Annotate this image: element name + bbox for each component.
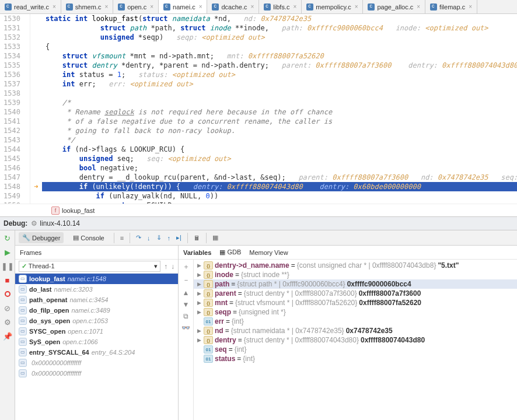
stack-frame[interactable]: ▭lookup_fast namei.c:1548 — [15, 274, 178, 284]
expand-caret[interactable]: ▶ — [196, 262, 202, 268]
force-step-into-icon[interactable]: ⇓ — [156, 234, 162, 242]
stack-frame[interactable]: ▭do_sys_open open.c:1053 — [15, 316, 178, 326]
step-out-icon[interactable]: ↑ — [167, 235, 171, 242]
file-tab[interactable]: dcache.c× — [207, 0, 259, 13]
code-line[interactable]: struct dentry *dentry, *parent = nd->pat… — [42, 61, 517, 70]
code-line[interactable]: * of a false negative due to a concurren… — [42, 117, 517, 126]
tab-memory-view[interactable]: Memory View — [249, 249, 288, 256]
expand-caret[interactable]: ▶ — [196, 290, 202, 296]
file-tab[interactable]: page_alloc.c× — [363, 0, 425, 13]
variable-row[interactable]: 01 status = {int} — [194, 354, 517, 363]
stack-frame[interactable]: ▭do_filp_open namei.c:3489 — [15, 305, 178, 316]
code-line[interactable]: * going to fall back to non-racy lookup. — [42, 126, 517, 135]
code-line[interactable]: int status = 1; status: <optimized out> — [42, 70, 517, 79]
file-tab[interactable]: read_write.c× — [0, 0, 61, 13]
tab-variables[interactable]: Variables — [183, 249, 211, 256]
variable-row[interactable]: 01 err = {int} — [194, 317, 517, 326]
variable-row[interactable]: ▶{} nd = {struct nameidata * | 0x7478742… — [194, 326, 517, 335]
variable-row[interactable]: ▶{} mnt = {struct vfsmount * | 0xffff880… — [194, 298, 517, 307]
stack-frame[interactable]: ▭ 0x00000000ffffffff — [15, 368, 178, 379]
expand-caret[interactable]: ▶ — [196, 328, 202, 334]
code-line[interactable]: static int lookup_fast(struct nameidata … — [42, 14, 517, 23]
stack-frame[interactable]: ▭do_last namei.c:3203 — [15, 284, 178, 295]
code-line[interactable]: if (unlazy_walk(nd, NULL, 0)) — [42, 191, 517, 201]
expand-caret[interactable]: ▶ — [196, 272, 202, 278]
expand-caret[interactable]: ▶ — [196, 281, 202, 287]
close-icon[interactable]: × — [417, 4, 420, 10]
close-icon[interactable]: × — [355, 4, 358, 10]
code-line[interactable]: { — [42, 42, 517, 51]
code-line[interactable]: unsigned seq; seq: <optimized out> — [42, 154, 517, 163]
evaluate-expression-icon[interactable]: 🖩 — [194, 235, 200, 242]
variable-row[interactable]: 01 seq = {int} — [194, 345, 517, 354]
code-line[interactable]: dentry = __d_lookup_rcu(parent, &nd->las… — [42, 173, 517, 182]
move-down-icon[interactable]: ▼ — [183, 300, 190, 309]
stack-frame[interactable]: ▭SYSC_open open.c:1071 — [15, 326, 178, 337]
stop-icon[interactable]: ■ — [2, 275, 13, 285]
file-tab[interactable]: libfs.c× — [259, 0, 302, 13]
pin-icon[interactable]: 📌 — [2, 331, 13, 341]
tab-console[interactable]: ▤ Console — [69, 232, 107, 243]
add-watch-icon[interactable]: ＋ — [183, 262, 190, 272]
file-tab[interactable]: namei.c× — [159, 0, 207, 13]
tab-debugger[interactable]: 🔧 Debugger — [19, 232, 64, 243]
debug-config[interactable]: ⚙ linux-4.10.14 — [31, 219, 80, 228]
watches-icon[interactable]: 👓 — [181, 324, 190, 332]
file-tab[interactable]: shmem.c× — [61, 0, 113, 13]
pause-icon[interactable]: ❚❚ — [2, 261, 13, 271]
move-up-icon[interactable]: ▲ — [183, 289, 190, 297]
run-to-cursor-icon[interactable]: ▸| — [176, 234, 181, 242]
file-tab[interactable]: open.c× — [113, 0, 159, 13]
step-over-icon[interactable]: ↷ — [136, 234, 141, 242]
code-area[interactable]: static int lookup_fast(struct nameidata … — [42, 14, 517, 204]
variable-row[interactable]: ▶{} inode = {struct inode **} — [194, 270, 517, 279]
breadcrumb[interactable]: f lookup_fast — [0, 204, 517, 216]
close-icon[interactable]: × — [199, 4, 202, 10]
close-icon[interactable]: × — [53, 4, 56, 10]
code-line[interactable]: struct path *path, struct inode **inode,… — [42, 23, 517, 33]
close-icon[interactable]: × — [251, 4, 254, 10]
code-line[interactable]: * Rename seqlock is not required here be… — [42, 107, 517, 117]
file-tab[interactable]: filemap.c× — [425, 0, 477, 13]
variable-row[interactable]: ▶{} dentry->d_name.name = {const unsigne… — [194, 261, 517, 270]
code-line[interactable]: int err; err: <optimized out> — [42, 79, 517, 89]
step-into-icon[interactable]: ↓ — [147, 235, 151, 242]
mute-breakpoints-icon[interactable]: ⊘ — [2, 303, 13, 313]
file-tab[interactable]: mempolicy.c× — [302, 0, 363, 13]
tab-gdb[interactable]: ▦ GDB — [219, 249, 241, 256]
rerun-icon[interactable]: ↻ — [2, 233, 13, 243]
close-icon[interactable]: × — [104, 4, 108, 10]
view-breakpoints-icon[interactable] — [2, 289, 13, 299]
code-line[interactable]: bool negative; — [42, 163, 517, 173]
stack-frame[interactable]: ▭ 0x00000000ffffffff — [15, 358, 178, 368]
layout-icon[interactable]: ▦ — [212, 234, 218, 242]
code-line[interactable]: */ — [42, 135, 517, 145]
stack-frame[interactable]: ▭entry_SYSCALL_64 entry_64.S:204 — [15, 347, 178, 358]
code-line[interactable]: unsigned *seqp) seqp: <optimized out> — [42, 33, 517, 42]
resume-icon[interactable]: ▶ — [2, 247, 13, 257]
expand-caret[interactable]: ▶ — [196, 337, 202, 343]
thread-selector[interactable]: ✓ Thread-1 ▾ — [19, 261, 160, 272]
close-icon[interactable]: × — [150, 4, 153, 10]
show-execution-point-icon[interactable]: ≡ — [120, 235, 124, 242]
code-line[interactable]: if (unlikely(!dentry)) { dentry: 0xffff8… — [42, 182, 517, 191]
variable-row[interactable]: ▶{} parent = {struct dentry * | 0xffff88… — [194, 289, 517, 298]
code-line[interactable]: struct vfsmount *mnt = nd->path.mnt; mnt… — [42, 51, 517, 61]
variable-row[interactable]: ▶{} path = {struct path * | 0xffffc90000… — [194, 279, 517, 289]
variable-row[interactable]: ▶{} seqp = {unsigned int *} — [194, 307, 517, 317]
expand-caret[interactable]: ▶ — [196, 300, 202, 306]
copy-icon[interactable]: ⧉ — [183, 312, 188, 320]
code-line[interactable]: /* — [42, 98, 517, 107]
stack-frame[interactable]: ▭path_openat namei.c:3454 — [15, 295, 178, 305]
remove-watch-icon[interactable]: － — [183, 275, 190, 285]
expand-caret[interactable]: ▶ — [196, 309, 202, 315]
frame-down-icon[interactable]: ↓ — [171, 262, 174, 271]
close-icon[interactable]: × — [293, 4, 296, 10]
variable-row[interactable]: ▶{} dentry = {struct dentry * | 0xffff88… — [194, 335, 517, 345]
code-line[interactable]: if (nd->flags & LOOKUP_RCU) { — [42, 145, 517, 154]
settings-icon[interactable]: ⚙ — [2, 317, 13, 327]
stack-frame[interactable]: ▭SyS_open open.c:1066 — [15, 337, 178, 347]
close-icon[interactable]: × — [469, 4, 472, 10]
frame-up-icon[interactable]: ↑ — [164, 262, 167, 271]
code-line[interactable] — [42, 89, 517, 98]
